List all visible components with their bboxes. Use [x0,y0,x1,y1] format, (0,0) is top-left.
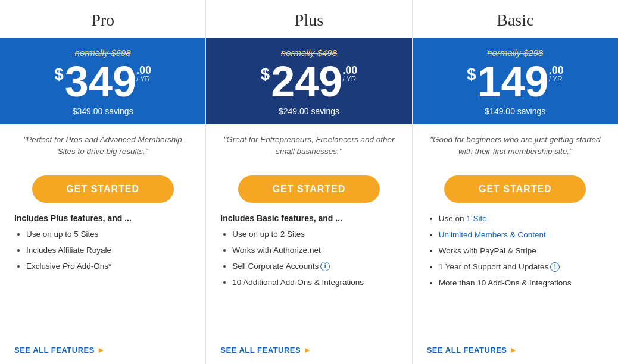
plan-col-plus: Plusnormally $498$249.00/ YR$249.00 savi… [206,0,412,364]
price-main-basic: $149.00/ YR [425,60,606,103]
list-item: Use on 1 Site [439,214,604,225]
normally-price-basic: normally $298 [425,48,606,58]
plan-body-plus: "Great for Entrepreneurs, Freelancers an… [206,124,411,364]
list-item: 10 Additional Add-Ons & Integrations [232,277,397,288]
pro-italic: Pro [63,262,75,271]
features-list-basic: Use on 1 SiteUnlimited Members & Content… [427,214,604,293]
highlight-text: 1 Site [466,214,487,223]
price-box-pro: normally $698$349.00/ YR$349.00 savings [0,38,205,124]
see-all-arrow-icon: ► [97,345,105,354]
get-started-btn-basic[interactable]: GET STARTED [444,175,586,203]
list-item: More than 10 Add-Ons & Integrations [439,278,604,289]
get-started-btn-plus[interactable]: GET STARTED [238,175,380,203]
see-all-label: SEE ALL FEATURES [427,346,507,354]
price-cents-yr-basic: .00/ YR [549,65,564,83]
price-yr-plus: / YR [342,76,357,83]
normally-price-plus: normally $498 [218,48,399,58]
price-box-basic: normally $298$149.00/ YR$149.00 savings [413,38,618,124]
highlight-text: Unlimited Members & Content [439,230,546,239]
list-item: Works with PayPal & Stripe [439,246,604,257]
see-all-basic[interactable]: SEE ALL FEATURES ► [427,345,604,354]
list-item: Unlimited Members & Content [439,230,604,241]
features-header-pro: Includes Plus features, and ... [14,214,191,223]
dollar-sign-pro: $ [54,66,64,83]
savings-pro: $349.00 savings [12,106,193,116]
plan-col-basic: Basicnormally $298$149.00/ YR$149.00 sav… [413,0,618,364]
price-main-plus: $249.00/ YR [218,60,399,103]
price-yr-pro: / YR [136,76,151,83]
plan-title-pro: Pro [0,0,205,38]
tagline-basic: "Good for beginners who are just getting… [427,134,604,165]
price-main-pro: $349.00/ YR [12,60,193,103]
see-all-pro[interactable]: SEE ALL FEATURES ► [14,345,191,354]
tagline-plus: "Great for Entrepreneurs, Freelancers an… [220,134,397,165]
features-list-pro: Use on up to 5 SitesIncludes Affiliate R… [14,229,191,277]
list-item: Use on up to 5 Sites [26,229,191,240]
price-number-plus: 249 [271,60,342,103]
price-cents-yr-pro: .00/ YR [136,65,151,83]
see-all-arrow-icon: ► [303,345,311,354]
price-number-pro: 349 [65,60,136,103]
dollar-sign-basic: $ [467,66,476,83]
plan-col-pro: Pronormally $698$349.00/ YR$349.00 savin… [0,0,206,364]
see-all-arrow-icon: ► [510,345,518,354]
info-icon[interactable]: i [550,262,560,272]
price-cents-yr-plus: .00/ YR [342,65,357,83]
savings-basic: $149.00 savings [425,106,606,116]
tagline-pro: "Perfect for Pros and Advanced Membershi… [14,134,191,165]
list-item: Works with Authorize.net [232,245,397,256]
plan-title-basic: Basic [413,0,618,38]
list-item: Use on up to 2 Sites [232,229,397,240]
see-all-label: SEE ALL FEATURES [220,346,301,354]
get-started-btn-pro[interactable]: GET STARTED [32,175,174,203]
list-item: Includes Affiliate Royale [26,245,191,256]
list-item: Exclusive Pro Add-Ons* [26,261,191,272]
features-header-plus: Includes Basic features, and ... [220,214,397,223]
price-cents-pro: .00 [136,65,151,76]
plan-body-basic: "Good for beginners who are just getting… [413,124,618,364]
features-list-plus: Use on up to 2 SitesWorks with Authorize… [220,229,397,293]
info-icon[interactable]: i [320,262,330,271]
price-cents-plus: .00 [342,65,357,76]
list-item: 1 Year of Support and Updatesi [439,262,604,273]
see-all-plus[interactable]: SEE ALL FEATURES ► [220,345,397,354]
plan-title-plus: Plus [206,0,411,38]
price-number-basic: 149 [477,60,549,103]
see-all-label: SEE ALL FEATURES [14,346,95,354]
pricing-container: Pronormally $698$349.00/ YR$349.00 savin… [0,0,618,364]
savings-plus: $249.00 savings [218,106,399,116]
price-yr-basic: / YR [549,76,564,83]
plan-body-pro: "Perfect for Pros and Advanced Membershi… [0,124,205,364]
dollar-sign-plus: $ [261,66,270,83]
price-box-plus: normally $498$249.00/ YR$249.00 savings [206,38,411,124]
price-cents-basic: .00 [549,65,564,76]
normally-price-pro: normally $698 [12,48,193,58]
list-item: Sell Corporate Accountsi [232,261,397,272]
